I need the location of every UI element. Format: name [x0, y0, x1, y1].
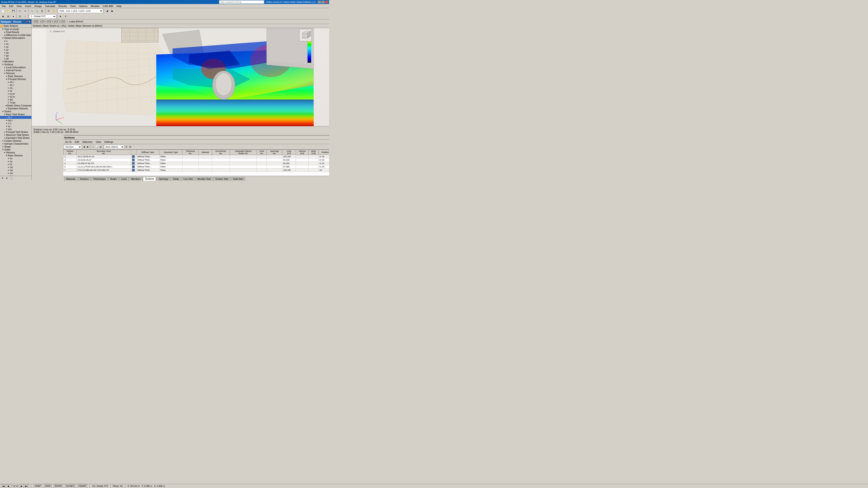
nav-item-18[interactable]: ●σ2,+: [0, 80, 31, 84]
next-btn[interactable]: ▶: [110, 8, 115, 13]
tab-thicknesses[interactable]: Thicknesses: [91, 177, 108, 181]
minimize-button[interactable]: ─: [318, 1, 321, 3]
panel-menu-settings[interactable]: Settings: [103, 140, 115, 143]
next-page-btn[interactable]: ▶: [86, 145, 90, 149]
nav-item-31[interactable]: ●εyy,+: [0, 119, 31, 122]
node-btn[interactable]: ●: [11, 14, 16, 19]
rotate-btn[interactable]: ↻: [46, 8, 51, 13]
nav-item-30[interactable]: ○εx,+: [0, 116, 31, 119]
nav-item-9[interactable]: ●φy: [0, 54, 31, 57]
basic-objects-combo[interactable]: Basic Objects: [104, 145, 124, 149]
menu-item-view[interactable]: View: [15, 4, 23, 8]
nav-item-41[interactable]: ▼Solids: [0, 148, 31, 151]
tab-surface-sets[interactable]: Surface Sets: [213, 177, 230, 181]
menu-item-calculate[interactable]: Calculate: [43, 4, 57, 8]
viewport-canvas[interactable]: 1 - Global XYZ X Z Y: [32, 28, 329, 126]
nav-item-12[interactable]: ▼Surfaces: [0, 63, 31, 66]
open-btn[interactable]: 📂: [6, 8, 11, 13]
menu-item-file[interactable]: File: [0, 4, 7, 8]
table-row[interactable]: 51,2,4,1,270,65-28,3,166,69,262,265,2...…: [64, 165, 329, 168]
tab-member-sets[interactable]: Member Sets: [195, 177, 213, 181]
menu-item-results[interactable]: Results: [57, 4, 68, 8]
prev-page-btn[interactable]: ◀: [82, 145, 86, 149]
panel-menu-selection[interactable]: Selection: [81, 140, 94, 143]
tab-solids[interactable]: Solids: [170, 177, 181, 181]
menu-item-window[interactable]: Window: [89, 4, 101, 8]
nav-item-7[interactable]: ●uz: [0, 48, 31, 51]
nav-item-14[interactable]: ●Internal Forces: [0, 69, 31, 72]
nav-item-19[interactable]: ○σ1,+: [0, 84, 31, 87]
nav-item-6[interactable]: ●uy: [0, 45, 31, 48]
keyword-search[interactable]: [219, 0, 264, 4]
nav-view-btn[interactable]: 👁: [0, 176, 4, 180]
nav-item-40[interactable]: ●Shape: [0, 145, 31, 148]
nav-item-36[interactable]: ●Maximum Total Strains: [0, 133, 31, 136]
table-row[interactable]: 319-26,36-45,27Without Thick...Plane50.0…: [64, 158, 329, 162]
wire-btn[interactable]: ⊞: [6, 14, 11, 19]
panel-menu-goto[interactable]: Go To: [64, 140, 73, 143]
table-row[interactable]: 116,17,28,65-47,18Without Thick...Plane1…: [64, 155, 329, 158]
tab-sections[interactable]: Sections: [78, 177, 91, 181]
zoom-out-btn[interactable]: 🔍: [34, 8, 39, 13]
nav-item-20[interactable]: ●σ1,-: [0, 87, 31, 90]
mesh-btn[interactable]: ⊡: [18, 14, 22, 19]
snap-btn[interactable]: ⊕: [58, 14, 63, 19]
settings-btn[interactable]: ⚙: [125, 145, 128, 149]
nav-item-8[interactable]: ●φx: [0, 51, 31, 54]
tab-materials[interactable]: Materials: [64, 177, 78, 181]
pan-btn[interactable]: ✋: [51, 8, 56, 13]
undo-btn[interactable]: ↩: [18, 8, 22, 13]
nav-item-27[interactable]: ●Equivalent Stresses: [0, 107, 31, 110]
tab-openings[interactable]: Openings: [156, 177, 170, 181]
nav-item-43[interactable]: ▼Basic Stresses: [0, 154, 31, 157]
panel-menu-view[interactable]: View: [94, 140, 102, 143]
axis-combo[interactable]: 1 - Global XYZ: [29, 14, 56, 19]
nav-item-24[interactable]: ●θm: [0, 98, 31, 101]
nav-item-45[interactable]: ●σy: [0, 160, 31, 163]
tab-solid-sets[interactable]: Solid Sets: [231, 177, 245, 181]
menu-item-edit[interactable]: Edit: [8, 4, 15, 8]
nav-item-47[interactable]: ●τxy: [0, 166, 31, 169]
nav-item-38[interactable]: ●Contact Stresses: [0, 139, 31, 142]
nav-item-42[interactable]: ▼Stresses: [0, 151, 31, 154]
tab-line-sets[interactable]: Line Sets: [182, 177, 195, 181]
nav-filter-btn[interactable]: 🔍: [9, 176, 13, 180]
nav-item-13[interactable]: ●Local Deformations: [0, 66, 31, 69]
maximize-button[interactable]: □: [321, 1, 324, 3]
nav-item-25[interactable]: ●Tmax: [0, 101, 31, 104]
print-btn[interactable]: 🖨: [99, 145, 102, 149]
columns-btn[interactable]: ⊞: [128, 145, 132, 149]
nav-close-btn[interactable]: ✕: [29, 21, 31, 23]
nav-item-0[interactable]: ▼Type of results: [0, 28, 31, 31]
nav-item-29[interactable]: ▼Basic Total Strains: [0, 113, 31, 116]
menu-item-cad-bim[interactable]: CAD-BIM: [101, 4, 114, 8]
nav-item-35[interactable]: ●Principal Total Strains: [0, 131, 31, 133]
nav-item-26[interactable]: ●Elastic Stress Components: [0, 104, 31, 107]
nav-item-23[interactable]: ●σ2,m: [0, 95, 31, 98]
filter-rows-btn[interactable]: 🔍: [91, 145, 95, 149]
zoom-all-btn[interactable]: ⊡: [39, 8, 44, 13]
panel-menu-edit[interactable]: Edit: [73, 140, 81, 143]
nav-item-34[interactable]: ●γxy,-: [0, 128, 31, 131]
nav-item-17[interactable]: ▼Principal Stresses: [0, 78, 31, 80]
structure-combo[interactable]: Structure: [64, 145, 82, 149]
nav-item-22[interactable]: ●σ1,m: [0, 92, 31, 95]
menu-item-options[interactable]: Options: [78, 4, 89, 8]
nav-item-1[interactable]: ●Final Results: [0, 31, 31, 34]
nav-item-16[interactable]: ●Basic Stresses: [0, 75, 31, 78]
menu-item-tools[interactable]: Tools: [68, 4, 77, 8]
tab-lines[interactable]: Lines: [119, 177, 129, 181]
nav-item-3[interactable]: ▼Global Deformations: [0, 37, 31, 39]
menu-item-assign[interactable]: Assign: [33, 4, 43, 8]
render-btn[interactable]: ■: [0, 14, 5, 19]
table-row[interactable]: 44-9,268,37-58,270Without Thick...Plane6…: [64, 162, 329, 165]
deform-btn[interactable]: ↕: [23, 14, 28, 19]
zoom-in-btn[interactable]: 🔍: [29, 8, 34, 13]
menu-item-help[interactable]: Help: [115, 4, 123, 8]
nav-item-32[interactable]: ●ε x,-: [0, 122, 31, 125]
redo-btn[interactable]: ↪: [23, 8, 28, 13]
tab-members[interactable]: Members: [129, 177, 143, 181]
nav-item-15[interactable]: ▼Stresses: [0, 72, 31, 75]
tab-nodes[interactable]: Nodes: [108, 177, 119, 181]
nav-pin-btn[interactable]: 📌: [26, 21, 28, 23]
